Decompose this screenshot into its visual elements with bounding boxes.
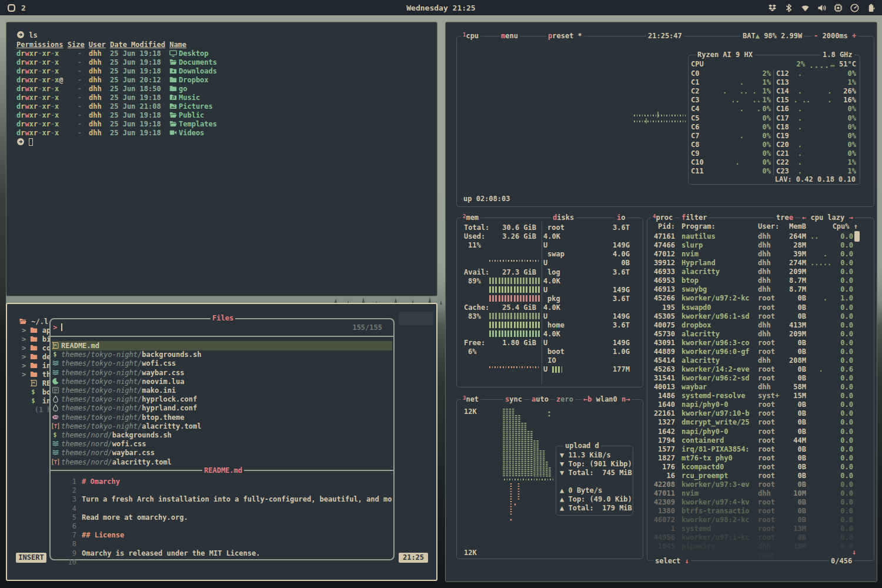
picker-file-item[interactable]: $themes/nord/backgrounds.sh	[52, 431, 172, 440]
process-row[interactable]: 47011nvimdhh10M0.0	[647, 489, 871, 498]
process-row[interactable]: 45263kworker/14:2-everoot0B .0.6	[647, 365, 871, 374]
mem-tab[interactable]: 2mem	[461, 213, 480, 222]
css-icon	[52, 449, 59, 456]
clock[interactable]: Wednesday 21:25	[0, 4, 882, 12]
neotree-item[interactable]: > co	[22, 344, 51, 353]
process-row[interactable]: 1486systemd-resolvesyst+15M0.0	[647, 392, 871, 400]
zero-toggle[interactable]: zero	[554, 395, 575, 404]
picker-file-item[interactable]: themes/tokyo-night/mako.ini	[52, 386, 176, 395]
process-row[interactable]: 31541kworker/u96:2-sdroot0B0.0	[647, 374, 871, 383]
ls-name[interactable]: Desktop	[169, 49, 209, 58]
process-row[interactable]: 42208kworker/u97:3-evroot0B0.0	[647, 480, 871, 489]
menu-button[interactable]: menu	[499, 32, 520, 41]
process-row[interactable]: 46953btopdhh8.7M0.0	[647, 276, 871, 285]
process-row[interactable]: 47161nautilusdhh264M..0.0	[647, 232, 871, 241]
neotree-item[interactable]: > ap	[22, 326, 51, 335]
process-row[interactable]: 43091kworker/u96:3-coroot0B0.0	[647, 339, 871, 348]
process-row[interactable]: 44956kworker/u97:1-kcroot0B0.0	[647, 533, 871, 542]
picker-file-item[interactable]: themes/tokyo-night/hyprland.conf	[52, 404, 197, 413]
picker-file-item[interactable]: themes/tokyo-night/wofi.css	[52, 359, 176, 368]
process-row[interactable]: 1794containerdroot44M0.0	[647, 436, 871, 445]
shell-prompt: ls	[16, 31, 38, 39]
neotree-item[interactable]: > in	[22, 362, 51, 370]
process-row[interactable]: 1045pipewiredhh10M0.0	[647, 542, 871, 551]
cpu-tab[interactable]: 1cpu	[461, 32, 480, 41]
process-row[interactable]: 176kcompactd0root0B0.0	[647, 463, 871, 472]
process-row[interactable]: 1827mt76-tx phy0root0B0.0	[647, 454, 871, 463]
ls-name[interactable]: Downloads	[169, 67, 217, 76]
neotree-item[interactable]: (1 h	[22, 406, 52, 415]
process-row[interactable]: 1642napi/phy0-0root0B0.0	[647, 427, 871, 436]
process-row[interactable]: 45730alacrittydhh209M0.0	[647, 330, 871, 339]
process-row[interactable]: 39912Hyprlanddhh274M.....0.0	[647, 259, 871, 268]
ls-name[interactable]: Music	[169, 93, 200, 102]
picker-file-item[interactable]: themes/tokyo-night/neovim.lua	[52, 377, 185, 386]
process-row[interactable]: 1577irq/81-PIXA3854:root0B0.0	[647, 445, 871, 454]
picker-file-item[interactable]: themes/tokyo-night/waybar.css	[52, 369, 185, 377]
io-tab[interactable]: io	[615, 213, 627, 222]
process-row[interactable]: 45305kworker/u96:1-sdroot0B0.0	[647, 312, 871, 321]
ls-name[interactable]: go	[169, 85, 187, 93]
picker-file-item[interactable]: themes/nord/alacritty.toml	[52, 458, 172, 467]
process-cpu: 0.0	[827, 312, 853, 321]
process-row[interactable]: 46933alacrittydhh209M0.0	[647, 268, 871, 276]
ls-name[interactable]: Dropbox	[169, 76, 209, 85]
process-row[interactable]: 47466slurpdhh28M0.0	[647, 241, 871, 250]
process-row[interactable]: 1640napi/phy0-0root0B0.0	[647, 400, 871, 409]
proc-tab[interactable]: 4proc	[651, 213, 674, 222]
disks-tab[interactable]: disks	[551, 213, 576, 222]
picker-file-item[interactable]: btpthemes/tokyo-night/btop.theme	[52, 413, 185, 422]
picker-file-item[interactable]: themes/tokyo-night/alacritty.toml	[52, 422, 201, 431]
sync-toggle[interactable]: sync	[503, 395, 524, 404]
process-row[interactable]: 40075dropboxdhh413M0.0	[647, 321, 871, 330]
process-row[interactable]: 1systemdroot13M0.0	[647, 524, 871, 533]
process-row[interactable]: 16rcu_preemptroot0B0.0	[647, 472, 871, 480]
sort-selector[interactable]: ← cpu lazy →	[800, 213, 855, 222]
ls-name[interactable]: Documents	[169, 58, 217, 67]
neotree-item[interactable]: $ bo	[22, 388, 51, 397]
process-cpu: 0.0	[827, 303, 853, 312]
picker-file-item[interactable]: $themes/tokyo-night/backgrounds.sh	[52, 350, 201, 359]
picker-search-input[interactable]: >	[53, 323, 62, 332]
update-interval[interactable]: - 2000ms +	[812, 32, 858, 41]
process-row[interactable]: 46072kworker/u98:2-kcroot0B0.0	[647, 516, 871, 524]
process-row[interactable]: 40013waybardhh58M0.0	[647, 383, 871, 392]
download-graph-svg	[503, 408, 556, 477]
neotree-root[interactable]: ~/.l	[19, 318, 48, 326]
core-label: C19	[776, 132, 789, 141]
picker-file-item[interactable]: README.md	[52, 342, 99, 350]
process-row[interactable]: 46913swaybgdhh8.7M0.0	[647, 285, 871, 294]
picker-file-item[interactable]: themes/nord/waybar.css	[52, 449, 155, 457]
ls-name[interactable]: Templates	[169, 120, 217, 129]
picker-file-item[interactable]: themes/tokyo-night/hyprlock.conf	[52, 395, 197, 404]
net-interface[interactable]: ←b wlan0 n→	[582, 395, 632, 404]
process-row[interactable]: 45266kworker/u97:2-kcroot0B .1.0	[647, 294, 871, 303]
tree-toggle[interactable]: tree	[774, 213, 795, 222]
select-button[interactable]: select ↓	[653, 557, 691, 566]
process-row[interactable]: 1380btrfs-transactioroot0B0.0	[647, 507, 871, 516]
core-label: C13	[776, 78, 789, 87]
process-cpu: 0.0	[827, 356, 853, 365]
process-pid: 1	[650, 524, 675, 533]
filter-button[interactable]: filter	[680, 213, 709, 222]
neotree-item[interactable]: > th	[22, 370, 51, 379]
ls-name[interactable]: Pictures	[169, 102, 213, 111]
ls-name[interactable]: Public	[169, 111, 204, 120]
auto-toggle[interactable]: auto	[530, 395, 550, 404]
picker-file-item[interactable]: themes/nord/wofi.css	[52, 440, 146, 449]
process-row[interactable]: 42309kworker/u97:4-kvroot0B0.0	[647, 498, 871, 507]
ls-name[interactable]: Videos	[169, 129, 204, 138]
neotree-item[interactable]: $ in	[22, 397, 51, 406]
process-row[interactable]: 195kswapd0root0B0.0	[647, 303, 871, 312]
process-row[interactable]: 45414alacrittydhh208M0.0	[647, 356, 871, 365]
net-tab[interactable]: 3net	[461, 395, 480, 404]
neotree-item[interactable]: RE	[22, 379, 51, 388]
neotree-item[interactable]: > bi	[22, 335, 51, 344]
process-row[interactable]: 22161kworker/u97:10-broot0B0.0	[647, 409, 871, 418]
neotree-item[interactable]: > de	[22, 353, 51, 362]
process-row[interactable]: 1327dmcrypt_write/25root0B0.0	[647, 418, 871, 427]
preset-button[interactable]: preset *	[546, 32, 584, 41]
process-row[interactable]: 47012nvimdhh39M .0.0	[647, 250, 871, 259]
process-row[interactable]: 44889kworker/u96:0-gfroot0B0.0	[647, 348, 871, 356]
shell-prompt-cursor[interactable]	[16, 138, 33, 146]
